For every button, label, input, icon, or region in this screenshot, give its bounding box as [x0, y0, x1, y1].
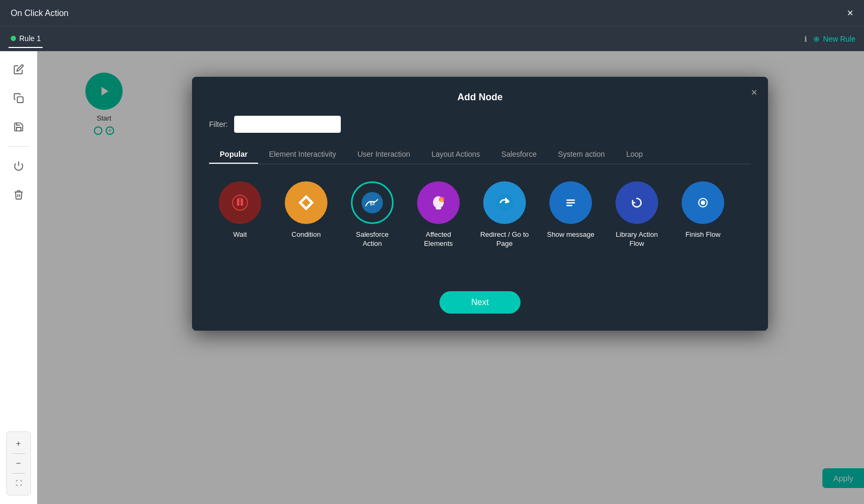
tab-loop[interactable]: Loop: [615, 146, 653, 164]
zoom-out-button[interactable]: −: [11, 456, 26, 471]
info-icon[interactable]: ℹ: [804, 35, 807, 43]
tab-label: Rule 1: [19, 34, 41, 43]
new-rule-label: New Rule: [823, 35, 855, 43]
condition-icon-svg: [295, 192, 317, 213]
svg-rect-4: [237, 198, 239, 206]
app-title: On Click Action: [11, 9, 68, 18]
modal-tabs: Popular Element Interactivity User Inter…: [209, 146, 751, 164]
node-redirect[interactable]: Redirect / Go to Page: [478, 181, 531, 249]
rule-tab[interactable]: Rule 1: [9, 30, 43, 48]
svg-point-13: [496, 194, 513, 211]
new-rule-plus-icon: ⊕: [813, 35, 820, 43]
tab-popular[interactable]: Popular: [209, 146, 258, 164]
finish-flow-icon-svg: [693, 193, 713, 212]
affected-elements-icon-svg: ✋: [429, 193, 448, 212]
node-grid: Wait Condition: [209, 181, 751, 249]
tab-salesforce[interactable]: Salesforce: [491, 146, 547, 164]
svg-rect-0: [17, 97, 23, 103]
show-message-label: Show message: [547, 230, 595, 239]
delete-button[interactable]: [9, 185, 28, 204]
affected-elements-icon: ✋: [417, 181, 460, 224]
copy-icon: [13, 93, 24, 103]
copy-button[interactable]: [9, 89, 28, 108]
svg-rect-15: [566, 199, 575, 201]
show-message-icon-svg: [561, 193, 580, 212]
power-icon: [13, 161, 24, 171]
modal-close-button[interactable]: ×: [751, 86, 757, 99]
zoom-divider: [12, 453, 25, 454]
filter-label: Filter:: [209, 120, 228, 129]
next-button[interactable]: Next: [439, 291, 521, 314]
zoom-controls: + − ⛶: [6, 431, 31, 495]
save-icon: [13, 122, 24, 132]
redirect-label: Redirect / Go to Page: [478, 230, 531, 249]
svg-point-21: [701, 201, 705, 205]
node-wait[interactable]: Wait: [213, 181, 267, 239]
salesforce-icon: sf: [351, 181, 394, 224]
node-affected-elements[interactable]: ✋ Affected Elements: [412, 181, 465, 249]
redirect-icon-svg: [495, 193, 514, 212]
salesforce-label: Salesforce Action: [346, 230, 399, 249]
tab-layout-actions[interactable]: Layout Actions: [421, 146, 491, 164]
toolbar-divider: [8, 146, 29, 147]
svg-point-18: [628, 194, 645, 211]
tab-bar-actions: ℹ ⊕ New Rule: [804, 35, 855, 43]
node-salesforce[interactable]: sf Salesforce Action: [346, 181, 399, 249]
title-bar: On Click Action ×: [0, 0, 864, 27]
zoom-divider-2: [12, 473, 25, 474]
tab-status-dot: [11, 36, 16, 41]
wait-icon-svg: [230, 193, 250, 212]
left-toolbar: + − ⛶: [0, 51, 37, 504]
library-action-flow-icon-svg: [627, 193, 646, 212]
svg-rect-5: [241, 198, 243, 206]
title-bar-close-button[interactable]: ×: [847, 7, 853, 19]
node-finish-flow[interactable]: Finish Flow: [676, 181, 730, 239]
modal-header: Add Node ×: [209, 92, 751, 103]
affected-elements-label: Affected Elements: [412, 230, 465, 249]
finish-flow-icon: [682, 181, 724, 224]
tab-element-interactivity[interactable]: Element Interactivity: [258, 146, 347, 164]
show-message-icon: [549, 181, 592, 224]
node-condition[interactable]: Condition: [279, 181, 333, 239]
svg-rect-17: [566, 205, 572, 206]
redirect-icon: [483, 181, 526, 224]
condition-label: Condition: [292, 230, 321, 239]
modal-title: Add Node: [390, 92, 571, 103]
tab-bar: Rule 1 ℹ ⊕ New Rule: [0, 27, 864, 51]
filter-input[interactable]: [234, 116, 341, 133]
salesforce-icon-svg: sf: [361, 191, 384, 214]
tab-user-interaction[interactable]: User Interaction: [347, 146, 421, 164]
zoom-in-button[interactable]: +: [11, 436, 26, 451]
node-library-action-flow[interactable]: Library Action Flow: [610, 181, 663, 249]
wait-icon: [219, 181, 261, 224]
tab-system-action[interactable]: System action: [547, 146, 615, 164]
svg-text:✋: ✋: [439, 197, 444, 202]
node-show-message[interactable]: Show message: [544, 181, 597, 239]
finish-flow-label: Finish Flow: [685, 230, 721, 239]
filter-row: Filter:: [209, 116, 751, 133]
svg-rect-10: [436, 208, 441, 210]
power-button[interactable]: [9, 156, 28, 175]
edit-button[interactable]: [9, 60, 28, 79]
add-node-modal: Add Node × Filter: Popular Element Inter…: [192, 77, 768, 331]
svg-rect-16: [566, 202, 575, 204]
save-button[interactable]: [9, 117, 28, 137]
modal-footer: Next: [209, 291, 751, 314]
main-area: + − ⛶ Start + Apply: [0, 51, 864, 504]
new-rule-button[interactable]: ⊕ New Rule: [813, 35, 855, 43]
pencil-icon: [13, 64, 24, 75]
canvas-area: Start + Apply Add Node × Filter:: [37, 51, 864, 504]
fit-screen-button[interactable]: ⛶: [11, 476, 26, 491]
trash-icon: [13, 189, 24, 200]
condition-icon: [285, 181, 327, 224]
library-action-flow-icon: [615, 181, 658, 224]
library-action-flow-label: Library Action Flow: [610, 230, 663, 249]
wait-label: Wait: [233, 230, 247, 239]
